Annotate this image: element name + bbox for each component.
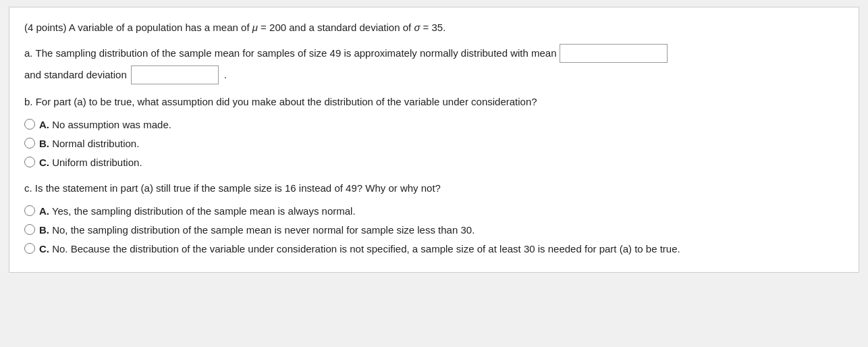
part-a-block: a. The sampling distribution of the samp… [24, 44, 844, 84]
header-text-end: = 35. [420, 22, 445, 33]
part-b-letter-a: A. [39, 119, 49, 130]
part-c-letter-b: B. [39, 224, 49, 236]
radio-b-b[interactable] [24, 138, 35, 149]
part-a-line1-text: The sampling distribution of the sample … [36, 45, 557, 61]
part-a-line2: and standard deviation . [24, 65, 844, 84]
part-c-label: c. [24, 182, 32, 194]
header-text-prefix: (4 points) A variable of a population ha… [24, 22, 252, 33]
mu-symbol: μ [252, 22, 258, 33]
part-b-letter-c: C. [39, 157, 49, 168]
radio-c-c[interactable] [24, 243, 35, 254]
part-b-option-a-label[interactable]: A. No assumption was made. [39, 117, 171, 133]
part-c-option-a: A. Yes, the sampling distribution of the… [24, 203, 844, 219]
part-c-text: Is the statement in part (a) still true … [35, 182, 441, 194]
header-text-middle: = 200 and a standard deviation of [258, 22, 414, 33]
part-b-block: b. For part (a) to be true, what assumpt… [24, 94, 844, 171]
answer-box-mean[interactable] [560, 44, 668, 63]
part-b-option-b-label[interactable]: B. Normal distribution. [39, 136, 139, 152]
part-b-option-c-label[interactable]: C. Uniform distribution. [39, 155, 142, 171]
part-b-option-c: C. Uniform distribution. [24, 155, 844, 171]
part-c-option-a-label[interactable]: A. Yes, the sampling distribution of the… [39, 203, 356, 219]
part-c-letter-a: A. [39, 205, 49, 217]
part-c-option-c-label[interactable]: C. No. Because the distribution of the v… [39, 241, 680, 257]
part-b-options: A. No assumption was made. B. Normal dis… [24, 117, 844, 171]
part-b-letter-b: B. [39, 138, 49, 149]
question-card: (4 points) A variable of a population ha… [9, 7, 859, 273]
part-c-options: A. Yes, the sampling distribution of the… [24, 203, 844, 257]
part-c-question: c. Is the statement in part (a) still tr… [24, 180, 844, 196]
part-a-label: a. [24, 45, 33, 61]
part-c-option-b: B. No, the sampling distribution of the … [24, 222, 844, 238]
period: . [224, 67, 227, 83]
part-b-question: b. For part (a) to be true, what assumpt… [24, 94, 844, 110]
radio-c-a[interactable] [24, 205, 35, 216]
part-c-option-c: C. No. Because the distribution of the v… [24, 241, 844, 257]
answer-box-std-dev[interactable] [131, 65, 219, 84]
part-b-option-a: A. No assumption was made. [24, 117, 844, 133]
part-a-line2-prefix: and standard deviation [24, 67, 127, 83]
part-b-option-b: B. Normal distribution. [24, 136, 844, 152]
part-b-label: b. [24, 96, 33, 107]
part-a-line1: a. The sampling distribution of the samp… [24, 44, 844, 63]
radio-b-c[interactable] [24, 157, 35, 167]
radio-c-b[interactable] [24, 224, 35, 235]
part-c-block: c. Is the statement in part (a) still tr… [24, 180, 844, 257]
part-c-letter-c: C. [39, 243, 49, 255]
question-header: (4 points) A variable of a population ha… [24, 20, 844, 36]
part-c-option-b-label[interactable]: B. No, the sampling distribution of the … [39, 222, 474, 238]
part-b-text: For part (a) to be true, what assumption… [36, 96, 537, 107]
radio-b-a[interactable] [24, 119, 35, 130]
